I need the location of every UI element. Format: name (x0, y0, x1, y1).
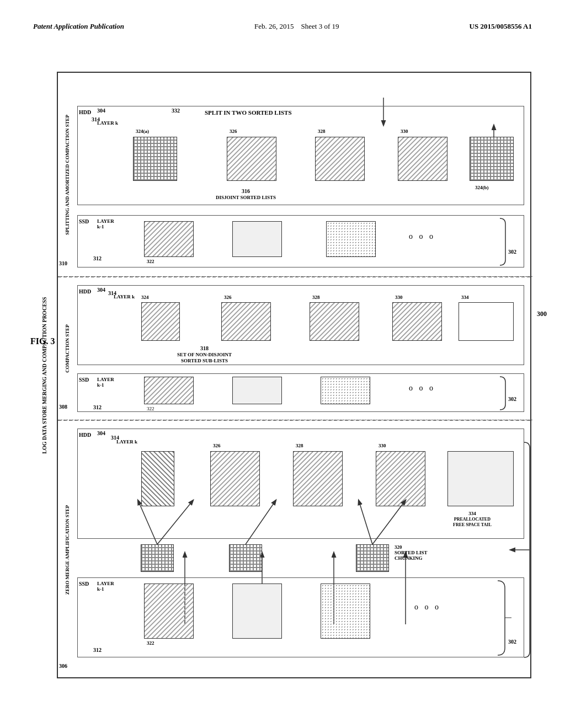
set-non-disjoint-label: 318SET OF NON-DISJOINTSORTED SUB-LISTS (177, 345, 232, 363)
bot-layer-k: LAYER k (116, 439, 137, 445)
block-330-bot (376, 451, 425, 506)
bottom-hdd-row: HDD 304 LAYER k 314 326 328 330 (77, 429, 524, 539)
ref-314-mid: 314 (108, 290, 116, 296)
ref-326-mid: 326 (224, 295, 232, 300)
block-328-top (315, 137, 365, 181)
ref-304-top: 304 (97, 108, 105, 114)
block-328-mid (310, 302, 359, 341)
bottom-section: ZERO MERGE AMPLIFICATION STEP 306 HDD 30… (58, 420, 532, 679)
ref-312-mid: 312 (93, 404, 102, 410)
ref-314-top: 314 (92, 116, 100, 122)
top-section-label: SPLITTING AND AMORTIZED COMPACTION STEP (65, 115, 70, 235)
middle-section: COMPACTION STEP 308 HDD 304 LAYER k 314 … (58, 277, 532, 420)
block-330-top (398, 137, 447, 181)
bottom-ssd-row: SSD LAYERk-1 312 322 o o o 302 (77, 577, 524, 657)
preallocated-label: 334PREALLOCATEDFREE SPACE TAIL (453, 511, 492, 527)
block-324-mid (141, 302, 180, 341)
ref-310: 310 (59, 260, 67, 266)
middle-ssd-row: SSD LAYERk-1 312 322 o o o 302 (77, 373, 524, 412)
block-324a-top (133, 137, 177, 181)
block-light-top-ssd1 (232, 221, 282, 257)
mid-layer-k1: LAYERk-1 (97, 377, 114, 388)
top-hdd-row: HDD 304 332 LAYER k 314 SPLIT IN TWO SOR… (77, 106, 524, 205)
split-label: SPLIT IN TWO SORTED LISTS (205, 109, 292, 116)
block-330-mid (392, 302, 442, 341)
top-layer-k1: LAYERk-1 (97, 218, 114, 229)
top-section-label-area: SPLITTING AND AMORTIZED COMPACTION STEP (59, 73, 76, 277)
outer-process-label: LOG DATA STORE MERGING AND COMPACTION PR… (41, 297, 47, 453)
bracket-top (497, 216, 525, 268)
ref-304-mid: 304 (97, 287, 105, 293)
block-326-top (227, 137, 276, 181)
block-322-bot (144, 584, 194, 639)
ref-334-mid: 334 (461, 295, 469, 300)
ref-308: 308 (59, 404, 67, 410)
chunk-block-2 (229, 544, 262, 572)
top-ssd-label: SSD (79, 218, 89, 224)
ref-328-top: 328 (318, 129, 326, 134)
middle-hdd-label: HDD (79, 288, 91, 295)
ref-326-bot: 326 (213, 443, 221, 448)
block-light-bot-ssd (232, 584, 282, 639)
middle-hdd-row: HDD 304 LAYER k 314 324 326 328 330 (77, 285, 524, 365)
dots-top-ssd: o o o (409, 232, 435, 241)
block-326-mid (221, 302, 271, 341)
ref-300: 300 (537, 310, 547, 318)
bot-layer-k1: LAYERk-1 (97, 581, 114, 592)
disjoint-label: 316DISJOINT SORTED LISTS (216, 188, 276, 200)
ref-324b: 324(b) (475, 185, 489, 190)
outer-diagram-box: SPLITTING AND AMORTIZED COMPACTION STEP … (57, 72, 531, 678)
diagram-wrapper: FIG. 3 (30, 72, 532, 695)
middle-section-label-area: COMPACTION STEP (59, 277, 76, 420)
outer-label-area: LOG DATA STORE MERGING AND COMPACTION PR… (30, 72, 58, 678)
top-ssd-row: SSD LAYERk-1 312 322 o o o 302 (77, 215, 524, 267)
mid-ssd-label: SSD (79, 377, 89, 383)
block-322-mid (144, 377, 194, 404)
ref-312-top: 312 (93, 255, 102, 261)
ref-330-bot: 330 (379, 443, 386, 448)
chunk-block-1 (141, 544, 174, 572)
sorted-chunking-label: 320SORTED LISTCHUNKING (395, 544, 427, 561)
block-322-top (144, 221, 194, 257)
ref-312-bot: 312 (93, 647, 102, 653)
bracket-mid (497, 374, 525, 413)
block-326-bot (210, 451, 260, 506)
middle-section-label: COMPACTION STEP (65, 324, 70, 373)
mid-layer-k: LAYER k (114, 294, 135, 299)
block-dotted-bot-ssd (321, 584, 370, 639)
block-dotted-top-ssd (326, 221, 376, 257)
ref-322-mid-label: 322 (147, 406, 154, 411)
block-dotted-mid-ssd (321, 377, 370, 404)
ref-324a: 324(a) (136, 129, 149, 134)
ref-330-mid: 330 (395, 295, 403, 300)
dots-bot-ssd: o o o (414, 603, 441, 612)
ref-332: 332 (172, 108, 180, 114)
ref-324-mid: 324 (141, 295, 149, 300)
block-324-bot (141, 451, 174, 506)
ref-326-top: 326 (230, 129, 237, 134)
bottom-section-label: ZERO MERGE AMPLIFICATION STEP (65, 505, 70, 595)
block-light-mid-ssd (232, 377, 282, 404)
page-header: Patent Application Publication Feb. 26, … (0, 22, 565, 31)
top-hdd-label: HDD (79, 109, 91, 115)
chunk-block-3 (356, 544, 389, 572)
top-layer-k-label: LAYER k (97, 120, 118, 126)
ref-322-top: 322 (147, 259, 154, 264)
bracket-bot (495, 578, 525, 658)
bot-ssd-label: SSD (79, 581, 89, 587)
header-publication-label: Patent Application Publication (33, 22, 124, 31)
ref-330-top: 330 (401, 129, 408, 134)
top-section: SPLITTING AND AMORTIZED COMPACTION STEP … (58, 73, 532, 277)
ref-314-bot: 314 (111, 435, 119, 441)
ref-306: 306 (59, 663, 67, 669)
page-container: Patent Application Publication Feb. 26, … (0, 0, 565, 728)
bot-hdd-label: HDD (79, 432, 91, 438)
ref-328-mid: 328 (312, 295, 320, 300)
block-334-bot (447, 451, 514, 506)
block-328-bot (293, 451, 343, 506)
block-334-mid (459, 302, 514, 341)
header-date-sheet: Feb. 26, 2015 Sheet 3 of 19 (254, 22, 339, 31)
block-324b (470, 137, 514, 181)
bottom-section-label-area: ZERO MERGE AMPLIFICATION STEP (59, 420, 76, 679)
ref-328-bot: 328 (296, 443, 303, 448)
